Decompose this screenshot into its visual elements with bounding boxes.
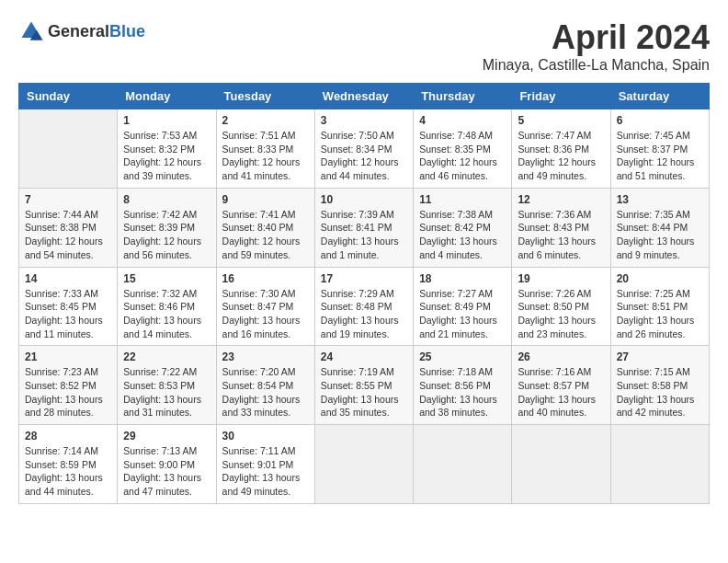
header: GeneralBlue April 2024 Minaya, Castille-… xyxy=(18,18,710,74)
calendar-cell: 6Sunrise: 7:45 AM Sunset: 8:37 PM Daylig… xyxy=(610,109,709,189)
calendar-cell: 29Sunrise: 7:13 AM Sunset: 9:00 PM Dayli… xyxy=(118,425,216,504)
cell-content: Sunrise: 7:33 AM Sunset: 8:45 PM Dayligh… xyxy=(25,287,111,341)
calendar-cell: 19Sunrise: 7:26 AM Sunset: 8:50 PM Dayli… xyxy=(512,267,610,346)
calendar-cell xyxy=(314,425,413,504)
cell-content: Sunrise: 7:30 AM Sunset: 8:47 PM Dayligh… xyxy=(222,287,309,341)
weekday-header-row: SundayMondayTuesdayWednesdayThursdayFrid… xyxy=(19,84,710,109)
calendar-week-row: 21Sunrise: 7:23 AM Sunset: 8:52 PM Dayli… xyxy=(19,346,710,425)
month-title: April 2024 xyxy=(483,18,710,57)
calendar-cell: 7Sunrise: 7:44 AM Sunset: 8:38 PM Daylig… xyxy=(19,188,118,267)
cell-content: Sunrise: 7:51 AM Sunset: 8:33 PM Dayligh… xyxy=(222,129,309,183)
calendar-cell: 26Sunrise: 7:16 AM Sunset: 8:57 PM Dayli… xyxy=(512,346,610,425)
cell-content: Sunrise: 7:19 AM Sunset: 8:55 PM Dayligh… xyxy=(321,365,407,419)
day-number: 6 xyxy=(617,114,703,127)
cell-content: Sunrise: 7:20 AM Sunset: 8:54 PM Dayligh… xyxy=(222,365,309,419)
calendar-cell: 21Sunrise: 7:23 AM Sunset: 8:52 PM Dayli… xyxy=(19,346,118,425)
day-number: 13 xyxy=(617,193,703,206)
calendar-cell: 3Sunrise: 7:50 AM Sunset: 8:34 PM Daylig… xyxy=(314,109,413,189)
day-number: 4 xyxy=(419,114,506,127)
day-number: 8 xyxy=(123,193,210,206)
logo-general: General xyxy=(48,22,109,40)
weekday-header: Saturday xyxy=(610,84,709,109)
day-number: 27 xyxy=(617,350,703,363)
cell-content: Sunrise: 7:42 AM Sunset: 8:39 PM Dayligh… xyxy=(123,208,210,262)
day-number: 15 xyxy=(123,272,210,285)
calendar-cell: 15Sunrise: 7:32 AM Sunset: 8:46 PM Dayli… xyxy=(118,267,216,346)
calendar-cell: 8Sunrise: 7:42 AM Sunset: 8:39 PM Daylig… xyxy=(118,188,216,267)
cell-content: Sunrise: 7:44 AM Sunset: 8:38 PM Dayligh… xyxy=(25,208,111,262)
cell-content: Sunrise: 7:35 AM Sunset: 8:44 PM Dayligh… xyxy=(617,208,703,262)
cell-content: Sunrise: 7:16 AM Sunset: 8:57 PM Dayligh… xyxy=(518,365,604,419)
cell-content: Sunrise: 7:45 AM Sunset: 8:37 PM Dayligh… xyxy=(617,129,703,183)
day-number: 26 xyxy=(518,350,604,363)
cell-content: Sunrise: 7:36 AM Sunset: 8:43 PM Dayligh… xyxy=(518,208,604,262)
calendar-week-row: 14Sunrise: 7:33 AM Sunset: 8:45 PM Dayli… xyxy=(19,267,710,346)
calendar-cell xyxy=(610,425,709,504)
calendar-cell: 10Sunrise: 7:39 AM Sunset: 8:41 PM Dayli… xyxy=(314,188,413,267)
day-number: 12 xyxy=(518,193,604,206)
calendar-cell xyxy=(414,425,512,504)
logo: GeneralBlue xyxy=(18,18,145,44)
day-number: 7 xyxy=(25,193,111,206)
calendar-cell: 20Sunrise: 7:25 AM Sunset: 8:51 PM Dayli… xyxy=(610,267,709,346)
calendar-cell: 17Sunrise: 7:29 AM Sunset: 8:48 PM Dayli… xyxy=(314,267,413,346)
day-number: 3 xyxy=(321,114,407,127)
calendar-week-row: 28Sunrise: 7:14 AM Sunset: 8:59 PM Dayli… xyxy=(19,425,710,504)
calendar-cell: 9Sunrise: 7:41 AM Sunset: 8:40 PM Daylig… xyxy=(216,188,314,267)
day-number: 1 xyxy=(123,114,210,127)
cell-content: Sunrise: 7:27 AM Sunset: 8:49 PM Dayligh… xyxy=(419,287,506,341)
cell-content: Sunrise: 7:38 AM Sunset: 8:42 PM Dayligh… xyxy=(419,208,506,262)
calendar-cell: 22Sunrise: 7:22 AM Sunset: 8:53 PM Dayli… xyxy=(118,346,216,425)
weekday-header: Monday xyxy=(118,84,216,109)
calendar-cell: 4Sunrise: 7:48 AM Sunset: 8:35 PM Daylig… xyxy=(414,109,512,189)
calendar-cell: 24Sunrise: 7:19 AM Sunset: 8:55 PM Dayli… xyxy=(314,346,413,425)
cell-content: Sunrise: 7:39 AM Sunset: 8:41 PM Dayligh… xyxy=(321,208,407,262)
calendar-cell: 11Sunrise: 7:38 AM Sunset: 8:42 PM Dayli… xyxy=(414,188,512,267)
calendar-cell: 25Sunrise: 7:18 AM Sunset: 8:56 PM Dayli… xyxy=(414,346,512,425)
day-number: 22 xyxy=(123,350,210,363)
location-title: Minaya, Castille-La Mancha, Spain xyxy=(483,57,710,74)
calendar-cell: 5Sunrise: 7:47 AM Sunset: 8:36 PM Daylig… xyxy=(512,109,610,189)
day-number: 9 xyxy=(222,193,309,206)
weekday-header: Sunday xyxy=(19,84,118,109)
weekday-header: Wednesday xyxy=(314,84,413,109)
day-number: 17 xyxy=(321,272,407,285)
logo-blue: Blue xyxy=(109,22,145,40)
day-number: 14 xyxy=(25,272,111,285)
cell-content: Sunrise: 7:29 AM Sunset: 8:48 PM Dayligh… xyxy=(321,287,407,341)
day-number: 24 xyxy=(321,350,407,363)
day-number: 11 xyxy=(419,193,506,206)
day-number: 25 xyxy=(419,350,506,363)
cell-content: Sunrise: 7:22 AM Sunset: 8:53 PM Dayligh… xyxy=(123,365,210,419)
logo-text: GeneralBlue xyxy=(48,22,145,41)
logo-icon xyxy=(18,18,44,44)
cell-content: Sunrise: 7:11 AM Sunset: 9:01 PM Dayligh… xyxy=(222,444,309,499)
cell-content: Sunrise: 7:53 AM Sunset: 8:32 PM Dayligh… xyxy=(123,129,210,183)
cell-content: Sunrise: 7:13 AM Sunset: 9:00 PM Dayligh… xyxy=(123,444,210,499)
calendar-cell xyxy=(19,109,118,189)
calendar-cell: 27Sunrise: 7:15 AM Sunset: 8:58 PM Dayli… xyxy=(610,346,709,425)
day-number: 30 xyxy=(222,430,309,442)
day-number: 5 xyxy=(518,114,604,127)
cell-content: Sunrise: 7:23 AM Sunset: 8:52 PM Dayligh… xyxy=(25,365,111,419)
calendar-cell: 1Sunrise: 7:53 AM Sunset: 8:32 PM Daylig… xyxy=(118,109,216,189)
cell-content: Sunrise: 7:32 AM Sunset: 8:46 PM Dayligh… xyxy=(123,287,210,341)
cell-content: Sunrise: 7:41 AM Sunset: 8:40 PM Dayligh… xyxy=(222,208,309,262)
calendar-table: SundayMondayTuesdayWednesdayThursdayFrid… xyxy=(18,83,710,504)
day-number: 20 xyxy=(617,272,703,285)
calendar-cell: 23Sunrise: 7:20 AM Sunset: 8:54 PM Dayli… xyxy=(216,346,314,425)
calendar-cell: 16Sunrise: 7:30 AM Sunset: 8:47 PM Dayli… xyxy=(216,267,314,346)
cell-content: Sunrise: 7:18 AM Sunset: 8:56 PM Dayligh… xyxy=(419,365,506,419)
calendar-week-row: 1Sunrise: 7:53 AM Sunset: 8:32 PM Daylig… xyxy=(19,109,710,189)
calendar-cell: 30Sunrise: 7:11 AM Sunset: 9:01 PM Dayli… xyxy=(216,425,314,504)
cell-content: Sunrise: 7:48 AM Sunset: 8:35 PM Dayligh… xyxy=(419,129,506,183)
day-number: 29 xyxy=(123,430,210,442)
day-number: 16 xyxy=(222,272,309,285)
calendar-cell: 28Sunrise: 7:14 AM Sunset: 8:59 PM Dayli… xyxy=(19,425,118,504)
day-number: 18 xyxy=(419,272,506,285)
day-number: 28 xyxy=(25,430,111,442)
calendar-cell: 12Sunrise: 7:36 AM Sunset: 8:43 PM Dayli… xyxy=(512,188,610,267)
weekday-header: Friday xyxy=(512,84,610,109)
cell-content: Sunrise: 7:14 AM Sunset: 8:59 PM Dayligh… xyxy=(25,444,111,499)
calendar-cell: 2Sunrise: 7:51 AM Sunset: 8:33 PM Daylig… xyxy=(216,109,314,189)
